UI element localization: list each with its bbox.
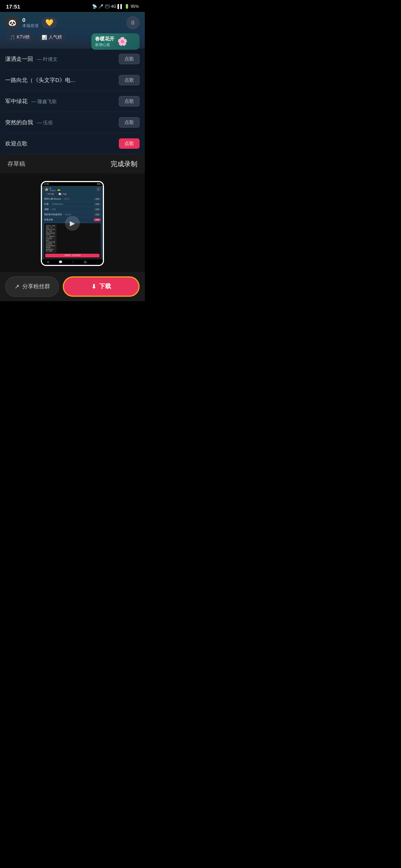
song-name-3: 军中绿花 — 隆鑫飞歌 bbox=[5, 98, 57, 105]
song-artist-3: — 隆鑫飞歌 bbox=[31, 99, 57, 104]
thumb-chat-icon: 💬 bbox=[59, 260, 62, 264]
avatar: 🐼 bbox=[5, 16, 19, 30]
thumb-battery: 95% bbox=[97, 183, 101, 185]
ktv-tag-popularity[interactable]: 📊 人气榜 bbox=[37, 33, 66, 42]
play-button-overlay[interactable]: ▶ bbox=[65, 216, 80, 231]
wish-flower-icon: 🌸 bbox=[117, 37, 127, 46]
song-btn-4[interactable]: 点歌 bbox=[119, 117, 140, 128]
popularity-icon: 📊 bbox=[42, 35, 47, 40]
thumb-circle-btn: 0 bbox=[96, 187, 101, 191]
signal-bars-icon: ▌▌ bbox=[117, 4, 123, 9]
song-item-2: 一路向北（《头文字D》电... 点歌 bbox=[5, 70, 140, 91]
thumb-song-2: 红唇 — 买辣椒也用券 点歌 bbox=[44, 202, 101, 207]
ktv-header: 🐼 0 本场音浪 💛 0 bbox=[5, 16, 140, 30]
bottom-controls: 存草稿 完成录制 bbox=[0, 154, 145, 174]
song-artist-1: — 叶倩文 bbox=[37, 56, 58, 62]
ktv-wish-card[interactable]: 春暖花开 新增心愿 🌸 bbox=[91, 33, 140, 50]
mini-warning-label: 功能免费，点此立即使用 bbox=[45, 254, 100, 257]
song-item-3: 军中绿花 — 隆鑫飞歌 点歌 bbox=[5, 91, 140, 112]
song-title-5: 欢迎点歌 bbox=[5, 140, 27, 147]
preview-section: 17:50 95% 🐼 0 本场音浪 ☁ 0 🎵KTV榜 📊人气榜 bbox=[0, 174, 145, 272]
popularity-label: 人气榜 bbox=[49, 34, 62, 40]
thumb-header: 🐼 0 本场音浪 ☁ 0 bbox=[42, 186, 103, 193]
song-btn-3[interactable]: 点歌 bbox=[119, 96, 140, 106]
song-item-1: 潇洒走一回 — 叶倩文 点歌 bbox=[5, 49, 140, 70]
song-artist-4: — 伍佰 bbox=[37, 120, 53, 125]
song-item-5: 欢迎点歌 点歌 bbox=[5, 133, 140, 154]
thumb-user: 🐼 0 本场音浪 ☁ bbox=[44, 187, 61, 191]
thumb-weather-icon: ☁ bbox=[57, 187, 61, 191]
save-draft-button[interactable]: 存草稿 bbox=[7, 160, 25, 168]
song-name-2: 一路向北（《头文字D》电... bbox=[5, 77, 75, 84]
ktv-section: 🐼 0 本场音浪 💛 0 🎵 KTV榜 📊 人气榜 春暖花开 新增心愿 🌸 bbox=[0, 12, 145, 49]
status-icons: 📡 🎤 📳 4G ▌▌ 🔋 95% bbox=[92, 4, 139, 9]
finish-record-button[interactable]: 完成录制 bbox=[111, 160, 137, 168]
song-btn-2[interactable]: 点歌 bbox=[119, 75, 140, 85]
song-title-1: 潇洒走一回 bbox=[5, 56, 33, 62]
ktv-circle-count[interactable]: 0 bbox=[126, 16, 140, 29]
thumb-score-block: 0 本场音浪 bbox=[50, 187, 56, 191]
status-bar: 17:51 📡 🎤 📳 4G ▌▌ 🔋 95% bbox=[0, 0, 145, 12]
ktv-tag-icon: 🎵 bbox=[10, 35, 15, 40]
song-item-4: 突然的自我 — 伍佰 点歌 bbox=[5, 112, 140, 133]
thumb-home-icon: ⊞ bbox=[47, 260, 49, 264]
phone-thumb-inner: 17:50 95% 🐼 0 本场音浪 ☁ 0 🎵KTV榜 📊人气榜 bbox=[42, 182, 103, 265]
cast-icon: 📡 bbox=[92, 4, 97, 9]
ktv-tag-ktv[interactable]: 🎵 KTV榜 bbox=[5, 33, 34, 42]
ktv-label: 本场音浪 bbox=[22, 23, 39, 29]
thumb-more-icon: ··· bbox=[96, 260, 98, 264]
share-fans-button[interactable]: ↗ 分享粉丝群 bbox=[5, 276, 59, 297]
mic-icon: 🎤 bbox=[98, 4, 104, 9]
thumb-status: 17:50 95% bbox=[42, 182, 103, 186]
song-name-4: 突然的自我 — 伍佰 bbox=[5, 119, 53, 126]
song-name-5: 欢迎点歌 bbox=[5, 140, 27, 147]
thumb-star-icon: ☆ bbox=[72, 260, 74, 264]
song-name-1: 潇洒走一回 — 叶倩文 bbox=[5, 56, 58, 63]
phone-thumbnail[interactable]: 17:50 95% 🐼 0 本场音浪 ☁ 0 🎵KTV榜 📊人气榜 bbox=[41, 181, 104, 266]
song-title-4: 突然的自我 bbox=[5, 119, 33, 125]
share-fans-label: 分享粉丝群 bbox=[22, 283, 50, 290]
wish-subtitle: 新增心愿 bbox=[95, 42, 114, 47]
song-title-3: 军中绿花 bbox=[5, 98, 27, 104]
song-btn-1[interactable]: 点歌 bbox=[119, 54, 140, 64]
ktv-heart-btn[interactable]: 💛 bbox=[42, 17, 57, 28]
vibrate-icon: 📳 bbox=[105, 4, 110, 9]
download-button[interactable]: ⬇ 下载 bbox=[63, 276, 140, 297]
signal-4g-icon: 4G bbox=[111, 4, 117, 9]
song-title-2: 一路向北（《头文字D》电... bbox=[5, 77, 75, 83]
download-icon: ⬇ bbox=[91, 283, 96, 290]
wish-title: 春暖花开 bbox=[95, 36, 114, 42]
wish-text: 春暖花开 新增心愿 bbox=[95, 36, 114, 47]
thumb-power-icon: ⏻ bbox=[84, 260, 87, 264]
battery-icon: 🔋 bbox=[124, 4, 130, 9]
download-label: 下载 bbox=[99, 283, 111, 290]
action-bar: ↗ 分享粉丝群 ⬇ 下载 bbox=[0, 272, 145, 301]
thumb-tag-pop: 📊人气榜 bbox=[57, 193, 68, 195]
share-icon: ↗ bbox=[14, 283, 19, 290]
thumb-time: 17:50 bbox=[44, 183, 49, 185]
thumb-song-3: 成都 — 赵雷 点歌 bbox=[44, 207, 101, 212]
ktv-user-info: 🐼 0 本场音浪 💛 bbox=[5, 16, 57, 30]
heart-icon: 💛 bbox=[45, 19, 53, 27]
thumb-tag-ktv: 🎵KTV榜 bbox=[44, 193, 56, 195]
ktv-score-block: 0 本场音浪 bbox=[22, 17, 39, 29]
battery-percent: 95% bbox=[131, 4, 139, 9]
thumb-tags: 🎵KTV榜 📊人气榜 bbox=[42, 193, 103, 197]
thumb-avatar: 🐼 bbox=[44, 187, 49, 191]
thumb-song-1: 曾经心痛 (Remix) — 豆可儿 点歌 bbox=[44, 197, 101, 202]
ktv-score: 0 bbox=[22, 17, 39, 23]
thumb-bottom-bar: ⊞ 💬 ☆ ⏻ ··· bbox=[42, 259, 103, 265]
status-time: 17:51 bbox=[6, 3, 20, 10]
song-btn-5[interactable]: 点歌 bbox=[119, 138, 140, 149]
song-list: 潇洒走一回 — 叶倩文 点歌 一路向北（《头文字D》电... 点歌 军中绿花 —… bbox=[0, 49, 145, 154]
ktv-tag-label: KTV榜 bbox=[17, 34, 30, 40]
